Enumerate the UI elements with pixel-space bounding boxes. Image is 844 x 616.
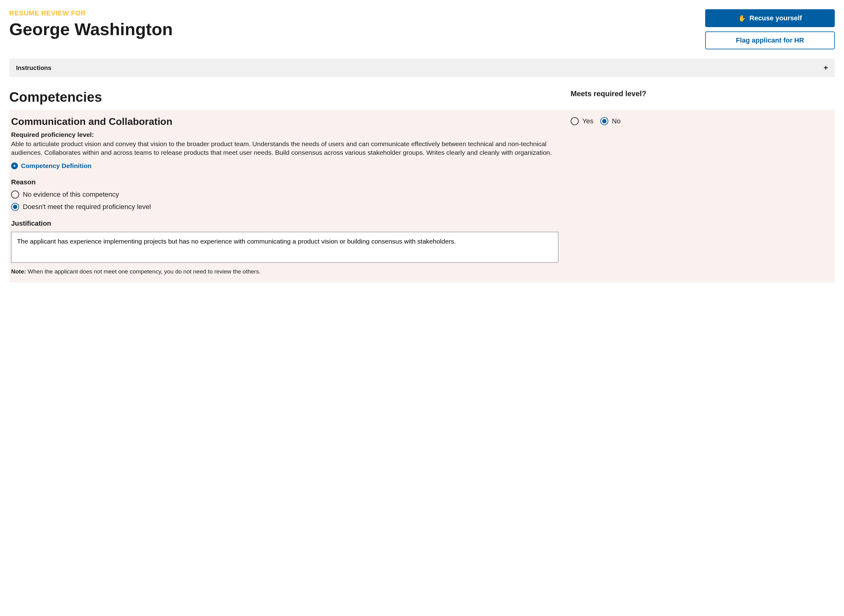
page-header: RESUME REVIEW FOR George Washington ✋ Re… [9,9,835,49]
meets-required-label: Meets required level? [571,89,835,98]
justification-heading: Justification [11,220,558,227]
flag-hr-button[interactable]: Flag applicant for HR [705,31,835,49]
recuse-button[interactable]: ✋ Recuse yourself [705,9,835,27]
reason-option-not-meet[interactable]: Doesn't meet the required proficiency le… [11,203,558,211]
radio-icon [600,117,608,125]
eyebrow-text: RESUME REVIEW FOR [9,9,705,17]
reason-option-no-evidence[interactable]: No evidence of this competency [11,191,558,198]
meets-no-label: No [612,117,621,125]
reason-option1-label: No evidence of this competency [23,191,119,198]
note-label: Note: [11,268,26,275]
required-level-text: Able to articulate product vision and co… [11,140,558,157]
radio-icon [11,191,19,198]
plus-icon: + [823,63,828,72]
hand-icon: ✋ [738,15,746,22]
competencies-heading: Competencies [9,89,571,105]
note-text: Note: When the applicant does not meet o… [11,268,558,275]
radio-icon [11,203,19,211]
note-body: When the applicant does not meet one com… [26,268,261,275]
radio-icon [571,117,579,125]
competency-title: Communication and Collaboration [11,116,558,127]
instructions-accordion[interactable]: Instructions + [9,59,835,77]
justification-textarea[interactable]: The applicant has experience implementin… [11,232,558,263]
recuse-label: Recuse yourself [750,14,802,22]
competency-definition-label: Competency Definition [21,162,92,170]
circle-plus-icon: + [11,163,18,169]
applicant-name: George Washington [9,20,705,39]
reason-option2-label: Doesn't meet the required proficiency le… [23,203,151,211]
meets-no-option[interactable]: No [600,117,621,125]
instructions-label: Instructions [16,65,51,72]
required-level-label: Required proficiency level: [11,131,558,138]
competency-definition-toggle[interactable]: + Competency Definition [11,162,558,170]
meets-yes-option[interactable]: Yes [571,117,594,125]
meets-yes-label: Yes [582,117,594,125]
competency-panel: Communication and Collaboration Required… [9,110,835,282]
reason-heading: Reason [11,178,558,186]
